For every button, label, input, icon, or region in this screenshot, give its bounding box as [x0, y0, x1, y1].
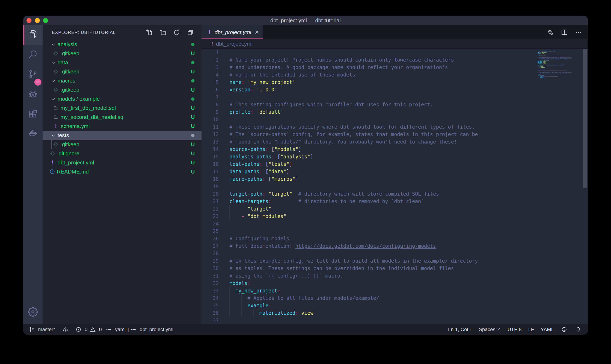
- code-line-20[interactable]: target-path: "target" # directory which …: [229, 190, 478, 198]
- line-number[interactable]: 19: [202, 183, 219, 190]
- tab-dbt_project.yml[interactable]: ! dbt_project.yml ✕: [202, 25, 263, 39]
- tree-item-schema.yml[interactable]: !schema.ymlU: [43, 122, 202, 131]
- code-line-16[interactable]: test-paths: ["tests"]: [229, 160, 478, 168]
- code-line-22[interactable]: - "target": [229, 205, 478, 213]
- code-line-21[interactable]: clean-targets: # directories to be remov…: [229, 198, 478, 205]
- code-line-29[interactable]: # In this example config, we tell dbt to…: [229, 257, 478, 265]
- tree-item-analysis[interactable]: analysis: [43, 40, 202, 49]
- code-line-36[interactable]: materialized: view: [229, 309, 478, 317]
- tree-item-dbt_project.yml[interactable]: !dbt_project.ymlU: [43, 158, 202, 167]
- tree-item-.gitkeep[interactable]: .gitkeepU: [43, 85, 202, 94]
- line-number[interactable]: 25: [202, 228, 219, 235]
- code-line-33[interactable]: my_new_project:: [229, 287, 478, 295]
- code-line-8[interactable]: # This setting configures which "profile…: [229, 101, 478, 108]
- editor[interactable]: 1234567891011121314151617181920212223242…: [202, 49, 588, 324]
- status-yaml-schema[interactable]: yaml: [106, 326, 125, 332]
- line-number[interactable]: 9: [202, 108, 219, 116]
- code-line-26[interactable]: # Configuring models: [229, 235, 478, 242]
- code-line-23[interactable]: - "dbt_modules": [229, 213, 478, 220]
- line-numbers[interactable]: 1234567891011121314151617181920212223242…: [202, 49, 219, 324]
- activity-bar-item-debug[interactable]: [23, 85, 43, 105]
- code-line-10[interactable]: [229, 116, 478, 123]
- code-line-11[interactable]: # These configurations specify where dbt…: [229, 123, 478, 131]
- code-line-15[interactable]: analysis-paths: ["analysis"]: [229, 153, 478, 160]
- code-line-35[interactable]: example:: [229, 302, 478, 309]
- status-notifications[interactable]: [575, 326, 581, 332]
- line-number[interactable]: 1: [202, 49, 219, 56]
- status-eol[interactable]: LF: [528, 326, 534, 332]
- code-line-17[interactable]: data-paths: ["data"]: [229, 168, 478, 175]
- tree-item-my_second_dbt_model.sql[interactable]: my_second_dbt_model.sqlU: [43, 113, 202, 122]
- line-number[interactable]: 23: [202, 213, 219, 220]
- tree-item-data[interactable]: data: [43, 58, 202, 67]
- code-line-27[interactable]: # Full documentation: https://docs.getdb…: [229, 242, 478, 250]
- line-number[interactable]: 11: [202, 123, 219, 131]
- line-number[interactable]: 16: [202, 160, 219, 168]
- line-number[interactable]: 15: [202, 153, 219, 160]
- line-number[interactable]: 28: [202, 250, 219, 257]
- activity-bar-item-search[interactable]: [23, 45, 43, 65]
- breadcrumb[interactable]: ! dbt_project.yml: [202, 39, 588, 49]
- code-line-24[interactable]: [229, 220, 478, 228]
- code-line-2[interactable]: # Name your project! Project names shoul…: [229, 56, 478, 64]
- status-git-branch[interactable]: master*: [29, 326, 55, 332]
- code-line-13[interactable]: # found in the "models/" directory. You …: [229, 138, 478, 146]
- line-number[interactable]: 33: [202, 287, 219, 295]
- status-sync[interactable]: [63, 326, 69, 332]
- tree-item-tests[interactable]: tests: [43, 131, 202, 140]
- status-feedback[interactable]: [561, 326, 567, 332]
- new-file-button[interactable]: [146, 29, 153, 36]
- tree-item-.gitignore[interactable]: .gitignoreU: [43, 149, 202, 158]
- line-number[interactable]: 27: [202, 242, 219, 250]
- status-indentation[interactable]: Spaces: 4: [479, 326, 501, 332]
- code-line-5[interactable]: name: 'my_new_project': [229, 78, 478, 86]
- more-actions-button[interactable]: [575, 29, 582, 36]
- code-line-31[interactable]: # using the `{{ config(...) }}` macro.: [229, 272, 478, 280]
- status-errors[interactable]: 0: [76, 326, 87, 332]
- tree-item-.gitkeep[interactable]: .gitkeepU: [43, 49, 202, 58]
- line-number[interactable]: 7: [202, 93, 219, 101]
- line-number[interactable]: 2: [202, 56, 219, 64]
- line-number[interactable]: 24: [202, 220, 219, 228]
- status-yaml-file[interactable]: dbt_project.yml: [130, 326, 173, 332]
- code-line-7[interactable]: [229, 93, 478, 101]
- code-line-34[interactable]: # Applies to all files under models/exam…: [229, 295, 478, 302]
- status-encoding[interactable]: UTF-8: [507, 326, 522, 332]
- code-content[interactable]: # Name your project! Project names shoul…: [229, 49, 478, 324]
- code-line-1[interactable]: [229, 49, 478, 56]
- tree-item-models-example[interactable]: models / example: [43, 94, 202, 104]
- line-number[interactable]: 21: [202, 198, 219, 205]
- line-number[interactable]: 32: [202, 280, 219, 287]
- line-number[interactable]: 6: [202, 86, 219, 93]
- line-number[interactable]: 35: [202, 302, 219, 309]
- line-number[interactable]: 10: [202, 116, 219, 123]
- line-number[interactable]: 30: [202, 265, 219, 272]
- line-number[interactable]: 29: [202, 257, 219, 265]
- open-changes-button[interactable]: [547, 29, 554, 36]
- line-number[interactable]: 17: [202, 168, 219, 175]
- activity-bar-item-extensions[interactable]: [23, 105, 43, 125]
- refresh-button[interactable]: [173, 29, 180, 36]
- line-number[interactable]: 31: [202, 272, 219, 280]
- collapse-all-button[interactable]: [187, 29, 194, 36]
- split-editor-button[interactable]: [561, 29, 568, 36]
- line-number[interactable]: 8: [202, 101, 219, 108]
- line-number[interactable]: 13: [202, 138, 219, 146]
- code-line-12[interactable]: # The `source-paths` config, for example…: [229, 131, 478, 138]
- new-folder-button[interactable]: [160, 29, 166, 36]
- line-number[interactable]: 5: [202, 78, 219, 86]
- minimap[interactable]: # Name your project! Project names shoul…: [538, 49, 582, 324]
- code-line-32[interactable]: models:: [229, 280, 478, 287]
- close-tab-icon[interactable]: ✕: [255, 30, 259, 35]
- tree-item-.gitkeep[interactable]: .gitkeepU: [43, 67, 202, 76]
- code-line-37[interactable]: [229, 317, 478, 324]
- activity-bar-item-source-control[interactable]: 11: [23, 65, 43, 85]
- code-line-18[interactable]: macro-paths: ["macros"]: [229, 175, 478, 183]
- tree-item-README.md[interactable]: README.mdU: [43, 167, 202, 176]
- status-cursor-position[interactable]: Ln 1, Col 1: [448, 326, 472, 332]
- line-number[interactable]: 12: [202, 131, 219, 138]
- code-line-9[interactable]: profile: 'default': [229, 108, 478, 116]
- line-number[interactable]: 34: [202, 295, 219, 302]
- activity-bar-item-settings[interactable]: [23, 303, 43, 323]
- tree-item-.gitkeep[interactable]: .gitkeepU: [43, 140, 202, 149]
